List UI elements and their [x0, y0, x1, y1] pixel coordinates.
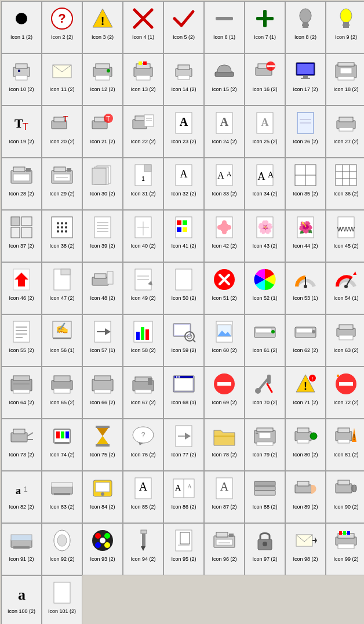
icon-cell-46[interactable]: Icon 46 (2) [1, 262, 42, 314]
icon-cell-89[interactable]: Icon 89 (2) [285, 471, 326, 523]
icon-cell-45[interactable]: wwwIcon 45 (2) [326, 210, 364, 262]
icon-cell-97[interactable]: Icon 97 (2) [245, 523, 285, 575]
icon-cell-55[interactable]: Icon 55 (2) [1, 314, 42, 367]
icon-cell-88[interactable]: Icon 88 (2) [245, 471, 285, 523]
icon-cell-94[interactable]: Icon 94 (2) [123, 523, 163, 575]
icon-cell-17[interactable]: Icon 17 (2) [285, 53, 326, 106]
icon-cell-37[interactable]: Icon 37 (2) [1, 210, 42, 262]
icon-cell-6[interactable]: Icon 6 (1) [204, 1, 245, 53]
icon-cell-18[interactable]: Icon 18 (2) [326, 53, 364, 106]
icon-cell-5[interactable]: Icon 5 (2) [163, 1, 204, 53]
icon-cell-31[interactable]: 1Icon 31 (2) [123, 158, 163, 210]
icon-cell-8[interactable]: Icon 8 (2) [285, 1, 326, 53]
icon-cell-57[interactable]: Icon 57 (1) [82, 314, 123, 367]
icon-cell-91[interactable]: Icon 91 (2) [1, 523, 42, 575]
icon-cell-87[interactable]: AIcon 87 (2) [204, 471, 245, 523]
icon-cell-11[interactable]: Icon 11 (2) [42, 53, 82, 106]
icon-cell-13[interactable]: Icon 13 (2) [123, 53, 163, 106]
icon-cell-33[interactable]: AAIcon 33 (2) [204, 158, 245, 210]
icon-cell-49[interactable]: Icon 49 (2) [123, 262, 163, 314]
icon-cell-10[interactable]: Icon 10 (2) [1, 53, 42, 106]
icon-cell-16[interactable]: Icon 16 (2) [245, 53, 285, 106]
icon-cell-99[interactable]: Icon 99 (2) [326, 523, 364, 575]
icon-cell-15[interactable]: Icon 15 (2) [204, 53, 245, 106]
icon-cell-36[interactable]: Icon 36 (2) [326, 158, 364, 210]
icon-cell-66[interactable]: Icon 66 (2) [82, 367, 123, 419]
icon-cell-19[interactable]: TTIcon 19 (2) [1, 106, 42, 158]
icon-cell-64[interactable]: Icon 64 (2) [1, 367, 42, 419]
icon-cell-2[interactable]: ?Icon 2 (2) [42, 1, 82, 53]
icon-cell-20[interactable]: TIcon 20 (2) [42, 106, 82, 158]
icon-cell-93[interactable]: Icon 93 (2) [82, 523, 123, 575]
icon-cell-74[interactable]: Icon 74 (2) [42, 419, 82, 471]
icon-cell-39[interactable]: Icon 39 (2) [82, 210, 123, 262]
icon-cell-83[interactable]: Icon 83 (2) [42, 471, 82, 523]
icon-cell-95[interactable]: Icon 95 (2) [163, 523, 204, 575]
icon-cell-60[interactable]: Icon 60 (2) [204, 314, 245, 367]
icon-cell-48[interactable]: Icon 48 (2) [82, 262, 123, 314]
icon-cell-38[interactable]: Icon 38 (2) [42, 210, 82, 262]
icon-cell-101[interactable]: Icon 101 (2) [42, 575, 82, 624]
icon-cell-53[interactable]: Icon 53 (1) [285, 262, 326, 314]
icon-cell-56[interactable]: ✍Icon 56 (1) [42, 314, 82, 367]
icon-cell-82[interactable]: a1Icon 82 (2) [1, 471, 42, 523]
icon-cell-84[interactable]: Icon 84 (2) [82, 471, 123, 523]
icon-cell-62[interactable]: Icon 62 (2) [285, 314, 326, 367]
icon-cell-40[interactable]: Icon 40 (2) [123, 210, 163, 262]
icon-cell-96[interactable]: Icon 96 (2) [204, 523, 245, 575]
icon-cell-75[interactable]: Icon 75 (2) [82, 419, 123, 471]
icon-cell-76[interactable]: ?Icon 76 (2) [123, 419, 163, 471]
icon-cell-35[interactable]: Icon 35 (2) [285, 158, 326, 210]
icon-cell-73[interactable]: Icon 73 (2) [1, 419, 42, 471]
icon-cell-23[interactable]: AIcon 23 (2) [163, 106, 204, 158]
icon-cell-47[interactable]: Icon 47 (2) [42, 262, 82, 314]
icon-cell-85[interactable]: AIcon 85 (2) [123, 471, 163, 523]
icon-cell-44[interactable]: 🌺Icon 44 (2) [285, 210, 326, 262]
icon-cell-42[interactable]: Icon 42 (2) [204, 210, 245, 262]
icon-cell-92[interactable]: Icon 92 (2) [42, 523, 82, 575]
icon-cell-1[interactable]: Icon 1 (2) [1, 1, 42, 53]
icon-cell-28[interactable]: Icon 28 (2) [1, 158, 42, 210]
icon-cell-70[interactable]: Icon 70 (2) [245, 367, 285, 419]
icon-cell-79[interactable]: Icon 79 (2) [245, 419, 285, 471]
icon-cell-9[interactable]: Icon 9 (2) [326, 1, 364, 53]
icon-cell-29[interactable]: Icon 29 (2) [42, 158, 82, 210]
icon-cell-100[interactable]: aIcon 100 (2) [1, 575, 42, 624]
icon-cell-71[interactable]: !!Icon 71 (2) [285, 367, 326, 419]
icon-cell-41[interactable]: Icon 41 (2) [163, 210, 204, 262]
icon-cell-72[interactable]: Icon 72 (2) [326, 367, 364, 419]
icon-cell-21[interactable]: TIcon 21 (2) [82, 106, 123, 158]
icon-cell-59[interactable]: Icon 59 (2) [163, 314, 204, 367]
icon-cell-86[interactable]: AAIcon 86 (2) [163, 471, 204, 523]
icon-cell-63[interactable]: Icon 63 (2) [326, 314, 364, 367]
icon-cell-4[interactable]: Icon 4 (1) [123, 1, 163, 53]
icon-cell-65[interactable]: Icon 65 (2) [42, 367, 82, 419]
icon-cell-68[interactable]: Icon 68 (1) [163, 367, 204, 419]
icon-cell-80[interactable]: Icon 80 (2) [285, 419, 326, 471]
icon-cell-24[interactable]: AIcon 24 (2) [204, 106, 245, 158]
icon-cell-3[interactable]: !Icon 3 (2) [82, 1, 123, 53]
icon-cell-26[interactable]: Icon 26 (2) [285, 106, 326, 158]
icon-cell-14[interactable]: Icon 14 (2) [163, 53, 204, 106]
icon-cell-54[interactable]: Icon 54 (1) [326, 262, 364, 314]
icon-cell-7[interactable]: Icon 7 (1) [245, 1, 285, 53]
icon-cell-27[interactable]: Icon 27 (2) [326, 106, 364, 158]
icon-cell-52[interactable]: Icon 52 (1) [245, 262, 285, 314]
icon-cell-51[interactable]: Icon 51 (2) [204, 262, 245, 314]
icon-cell-30[interactable]: Icon 30 (2) [82, 158, 123, 210]
icon-cell-69[interactable]: Icon 69 (2) [204, 367, 245, 419]
icon-cell-90[interactable]: Icon 90 (2) [326, 471, 364, 523]
icon-cell-67[interactable]: Icon 67 (2) [123, 367, 163, 419]
icon-cell-58[interactable]: Icon 58 (2) [123, 314, 163, 367]
icon-cell-77[interactable]: Icon 77 (2) [163, 419, 204, 471]
icon-cell-78[interactable]: Icon 78 (2) [204, 419, 245, 471]
icon-cell-12[interactable]: Icon 12 (2) [82, 53, 123, 106]
icon-cell-22[interactable]: Icon 22 (2) [123, 106, 163, 158]
icon-cell-25[interactable]: AIcon 25 (2) [245, 106, 285, 158]
icon-cell-81[interactable]: !Icon 81 (2) [326, 419, 364, 471]
icon-cell-50[interactable]: Icon 50 (2) [163, 262, 204, 314]
icon-cell-34[interactable]: AAIcon 34 (2) [245, 158, 285, 210]
icon-cell-98[interactable]: Icon 98 (2) [285, 523, 326, 575]
icon-cell-61[interactable]: Icon 61 (2) [245, 314, 285, 367]
icon-cell-32[interactable]: AIcon 32 (2) [163, 158, 204, 210]
